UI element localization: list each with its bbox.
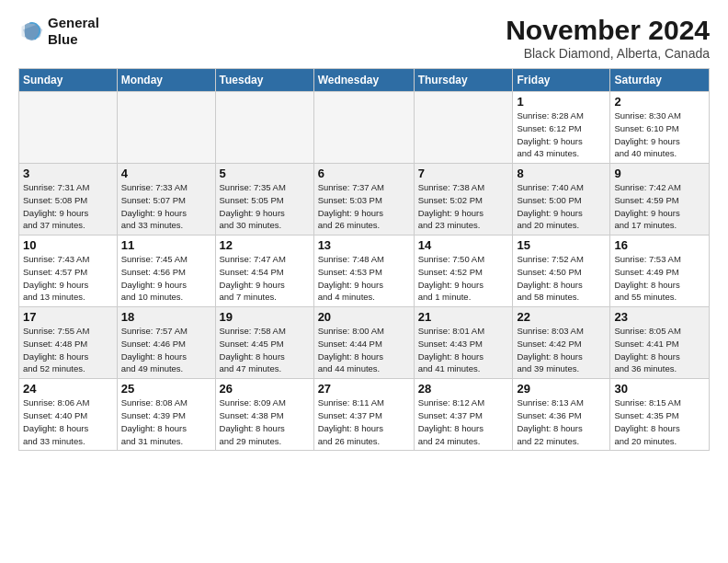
calendar-cell: 10Sunrise: 7:43 AM Sunset: 4:57 PM Dayli… <box>19 236 118 307</box>
day-number: 1 <box>517 95 606 109</box>
day-number: 25 <box>121 382 211 396</box>
day-info: Sunrise: 7:42 AM Sunset: 4:59 PM Dayligh… <box>614 181 705 232</box>
calendar-cell <box>117 92 215 164</box>
weekday-header-saturday: Saturday <box>610 69 710 92</box>
day-number: 22 <box>517 310 606 324</box>
calendar-week-row: 24Sunrise: 8:06 AM Sunset: 4:40 PM Dayli… <box>19 379 710 451</box>
day-number: 30 <box>614 382 705 396</box>
calendar-cell: 15Sunrise: 7:52 AM Sunset: 4:50 PM Dayli… <box>513 236 610 307</box>
calendar-cell: 22Sunrise: 8:03 AM Sunset: 4:42 PM Dayli… <box>513 307 610 379</box>
calendar-cell: 30Sunrise: 8:15 AM Sunset: 4:35 PM Dayli… <box>610 379 710 451</box>
day-number: 5 <box>220 167 310 180</box>
day-number: 12 <box>220 238 310 252</box>
day-info: Sunrise: 8:28 AM Sunset: 6:12 PM Dayligh… <box>517 109 606 160</box>
calendar-cell: 19Sunrise: 7:58 AM Sunset: 4:45 PM Dayli… <box>215 307 313 379</box>
calendar-week-row: 17Sunrise: 7:55 AM Sunset: 4:48 PM Dayli… <box>19 307 710 379</box>
calendar-week-row: 1Sunrise: 8:28 AM Sunset: 6:12 PM Daylig… <box>19 92 710 164</box>
day-number: 11 <box>121 238 211 252</box>
calendar-cell: 23Sunrise: 8:05 AM Sunset: 4:41 PM Dayli… <box>610 307 710 379</box>
day-number: 23 <box>614 310 705 324</box>
day-info: Sunrise: 7:40 AM Sunset: 5:00 PM Dayligh… <box>517 181 606 232</box>
day-number: 10 <box>23 238 113 252</box>
day-number: 4 <box>121 167 211 180</box>
calendar-cell: 26Sunrise: 8:09 AM Sunset: 4:38 PM Dayli… <box>215 379 313 451</box>
day-info: Sunrise: 7:52 AM Sunset: 4:50 PM Dayligh… <box>517 253 606 304</box>
day-info: Sunrise: 8:08 AM Sunset: 4:39 PM Dayligh… <box>121 396 211 447</box>
calendar-cell <box>313 92 414 164</box>
weekday-header-tuesday: Tuesday <box>215 69 313 92</box>
day-info: Sunrise: 8:09 AM Sunset: 4:38 PM Dayligh… <box>220 396 310 447</box>
weekday-header-sunday: Sunday <box>19 69 118 92</box>
day-number: 28 <box>418 382 509 396</box>
weekday-header-friday: Friday <box>513 69 610 92</box>
day-info: Sunrise: 8:03 AM Sunset: 4:42 PM Dayligh… <box>517 325 606 375</box>
calendar-cell: 13Sunrise: 7:48 AM Sunset: 4:53 PM Dayli… <box>313 236 414 307</box>
day-info: Sunrise: 8:05 AM Sunset: 4:41 PM Dayligh… <box>614 325 705 375</box>
day-info: Sunrise: 7:47 AM Sunset: 4:54 PM Dayligh… <box>220 253 310 304</box>
calendar-cell: 25Sunrise: 8:08 AM Sunset: 4:39 PM Dayli… <box>117 379 215 451</box>
logo: General Blue <box>18 15 99 48</box>
title-area: November 2024 Black Diamond, Alberta, Ca… <box>506 15 710 61</box>
calendar-cell: 9Sunrise: 7:42 AM Sunset: 4:59 PM Daylig… <box>610 164 710 236</box>
day-number: 14 <box>418 238 509 252</box>
day-info: Sunrise: 7:33 AM Sunset: 5:07 PM Dayligh… <box>121 181 211 232</box>
day-info: Sunrise: 8:30 AM Sunset: 6:10 PM Dayligh… <box>614 109 705 160</box>
calendar-cell: 2Sunrise: 8:30 AM Sunset: 6:10 PM Daylig… <box>610 92 710 164</box>
day-info: Sunrise: 7:43 AM Sunset: 4:57 PM Dayligh… <box>23 253 113 304</box>
calendar-cell <box>215 92 313 164</box>
day-info: Sunrise: 8:00 AM Sunset: 4:44 PM Dayligh… <box>318 325 410 375</box>
day-number: 7 <box>418 167 509 180</box>
calendar-week-row: 10Sunrise: 7:43 AM Sunset: 4:57 PM Dayli… <box>19 236 710 307</box>
day-info: Sunrise: 7:48 AM Sunset: 4:53 PM Dayligh… <box>318 253 410 304</box>
weekday-header-thursday: Thursday <box>414 69 513 92</box>
day-number: 6 <box>318 167 410 180</box>
day-number: 17 <box>23 310 113 324</box>
calendar-cell <box>19 92 118 164</box>
day-number: 9 <box>614 167 705 180</box>
calendar-cell: 12Sunrise: 7:47 AM Sunset: 4:54 PM Dayli… <box>215 236 313 307</box>
day-info: Sunrise: 8:12 AM Sunset: 4:37 PM Dayligh… <box>418 396 509 447</box>
calendar-cell: 28Sunrise: 8:12 AM Sunset: 4:37 PM Dayli… <box>414 379 513 451</box>
day-info: Sunrise: 8:06 AM Sunset: 4:40 PM Dayligh… <box>23 396 113 447</box>
calendar-cell: 21Sunrise: 8:01 AM Sunset: 4:43 PM Dayli… <box>414 307 513 379</box>
day-number: 24 <box>23 382 113 396</box>
logo-icon <box>18 18 44 44</box>
calendar-cell: 6Sunrise: 7:37 AM Sunset: 5:03 PM Daylig… <box>313 164 414 236</box>
calendar-cell: 24Sunrise: 8:06 AM Sunset: 4:40 PM Dayli… <box>19 379 118 451</box>
day-info: Sunrise: 7:38 AM Sunset: 5:02 PM Dayligh… <box>418 181 509 232</box>
calendar-cell: 3Sunrise: 7:31 AM Sunset: 5:08 PM Daylig… <box>19 164 118 236</box>
calendar-cell: 29Sunrise: 8:13 AM Sunset: 4:36 PM Dayli… <box>513 379 610 451</box>
calendar-cell: 18Sunrise: 7:57 AM Sunset: 4:46 PM Dayli… <box>117 307 215 379</box>
calendar-cell <box>414 92 513 164</box>
calendar-cell: 17Sunrise: 7:55 AM Sunset: 4:48 PM Dayli… <box>19 307 118 379</box>
day-number: 8 <box>517 167 606 180</box>
subtitle: Black Diamond, Alberta, Canada <box>506 46 710 61</box>
calendar-cell: 1Sunrise: 8:28 AM Sunset: 6:12 PM Daylig… <box>513 92 610 164</box>
day-number: 20 <box>318 310 410 324</box>
day-info: Sunrise: 8:01 AM Sunset: 4:43 PM Dayligh… <box>418 325 509 375</box>
day-number: 15 <box>517 238 606 252</box>
day-info: Sunrise: 8:11 AM Sunset: 4:37 PM Dayligh… <box>318 396 410 447</box>
logo-text: General Blue <box>48 15 99 48</box>
day-info: Sunrise: 7:53 AM Sunset: 4:49 PM Dayligh… <box>614 253 705 304</box>
day-number: 16 <box>614 238 705 252</box>
calendar-cell: 14Sunrise: 7:50 AM Sunset: 4:52 PM Dayli… <box>414 236 513 307</box>
day-number: 26 <box>220 382 310 396</box>
page: General Blue November 2024 Black Diamond… <box>0 0 728 563</box>
day-info: Sunrise: 8:15 AM Sunset: 4:35 PM Dayligh… <box>614 396 705 447</box>
day-number: 2 <box>614 95 705 109</box>
day-number: 18 <box>121 310 211 324</box>
calendar-week-row: 3Sunrise: 7:31 AM Sunset: 5:08 PM Daylig… <box>19 164 710 236</box>
day-number: 19 <box>220 310 310 324</box>
day-info: Sunrise: 7:31 AM Sunset: 5:08 PM Dayligh… <box>23 181 113 232</box>
calendar-cell: 27Sunrise: 8:11 AM Sunset: 4:37 PM Dayli… <box>313 379 414 451</box>
calendar-cell: 4Sunrise: 7:33 AM Sunset: 5:07 PM Daylig… <box>117 164 215 236</box>
calendar-cell: 20Sunrise: 8:00 AM Sunset: 4:44 PM Dayli… <box>313 307 414 379</box>
day-number: 29 <box>517 382 606 396</box>
main-title: November 2024 <box>506 15 710 46</box>
day-info: Sunrise: 8:13 AM Sunset: 4:36 PM Dayligh… <box>517 396 606 447</box>
calendar-table: SundayMondayTuesdayWednesdayThursdayFrid… <box>18 68 710 451</box>
day-info: Sunrise: 7:45 AM Sunset: 4:56 PM Dayligh… <box>121 253 211 304</box>
calendar-cell: 5Sunrise: 7:35 AM Sunset: 5:05 PM Daylig… <box>215 164 313 236</box>
weekday-header-wednesday: Wednesday <box>313 69 414 92</box>
